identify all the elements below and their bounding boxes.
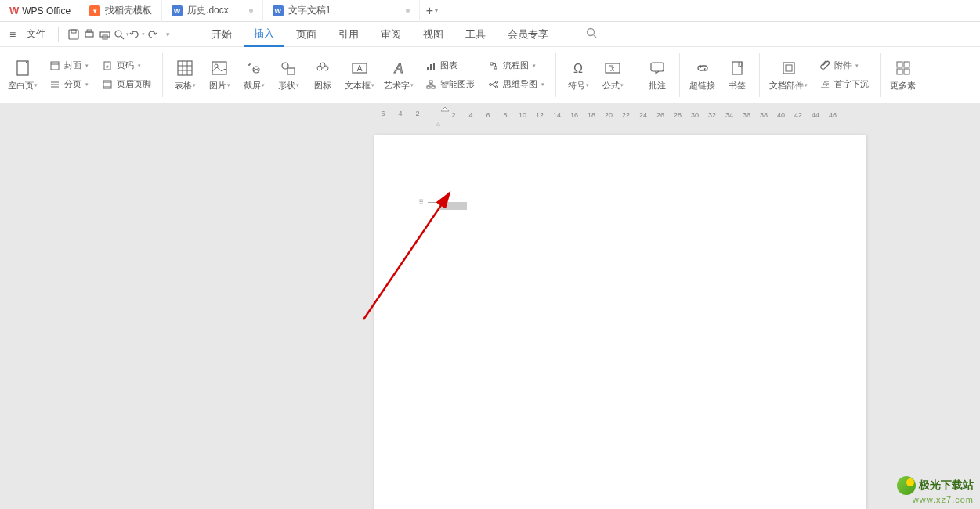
- textbox-button[interactable]: A 文本框▾: [340, 57, 379, 93]
- symbol-button[interactable]: Ω 符号▾: [561, 57, 595, 93]
- hyperlink-button[interactable]: 超链接: [685, 57, 720, 93]
- file-menu[interactable]: 文件: [22, 24, 50, 44]
- svg-point-6: [115, 31, 121, 37]
- tab-view[interactable]: 视图: [414, 23, 453, 46]
- more-button[interactable]: 更多素: [885, 57, 920, 93]
- smart-graphic-icon: [425, 78, 437, 91]
- page-number-icon: #: [101, 60, 114, 72]
- divider: [162, 53, 163, 97]
- divider: [679, 53, 680, 97]
- print-icon[interactable]: [98, 27, 112, 42]
- divider: [759, 53, 760, 97]
- mindmap-button[interactable]: 思维导图▾: [484, 77, 548, 92]
- page-number-button[interactable]: # 页码▾: [98, 58, 154, 74]
- undo-icon[interactable]: ▾: [129, 27, 143, 42]
- section-button[interactable]: 分页▾: [45, 77, 92, 92]
- document-page[interactable]: ⠿: [374, 135, 866, 509]
- print-preview-icon[interactable]: [82, 27, 96, 42]
- svg-text:A: A: [357, 64, 363, 73]
- icon-icon: [313, 59, 332, 78]
- search-icon[interactable]: [585, 27, 598, 42]
- drop-cap-button[interactable]: A 首字下沉: [815, 77, 872, 92]
- hamburger-icon[interactable]: ≡: [5, 28, 20, 41]
- table-icon: [175, 59, 194, 78]
- tab-history-doc[interactable]: W 历史.docx: [162, 0, 263, 22]
- svg-rect-68: [897, 69, 902, 74]
- tab-template[interactable]: ▾ 找稻壳模板: [80, 0, 162, 22]
- divider: [880, 53, 881, 97]
- margin-guide-tr: [812, 191, 821, 200]
- blank-page-button[interactable]: 空白页▾: [3, 57, 42, 93]
- tab-insert[interactable]: 插入: [244, 22, 284, 47]
- svg-point-49: [490, 83, 492, 85]
- picture-button[interactable]: 图片▾: [202, 57, 237, 93]
- svg-rect-61: [786, 65, 792, 71]
- fire-icon: ▾: [89, 5, 100, 16]
- drop-cap-icon: A: [819, 78, 831, 91]
- tab-start[interactable]: 开始: [202, 23, 241, 46]
- svg-rect-48: [494, 67, 497, 69]
- icon-button[interactable]: 图标: [306, 57, 340, 93]
- chevron-down-icon[interactable]: ▾: [161, 27, 175, 42]
- svg-rect-3: [87, 30, 92, 32]
- tab-member[interactable]: 会员专享: [498, 23, 558, 46]
- tab-page[interactable]: 页面: [287, 23, 326, 46]
- doc-parts-icon: [779, 59, 798, 78]
- tab-review[interactable]: 审阅: [371, 23, 410, 46]
- svg-point-27: [215, 64, 218, 67]
- tab-reference[interactable]: 引用: [329, 23, 368, 46]
- doc-parts-button[interactable]: 文档部件▾: [765, 57, 812, 93]
- plus-icon: +: [426, 4, 433, 18]
- save-icon[interactable]: [67, 27, 81, 42]
- wordart-button[interactable]: A 艺术字▾: [379, 57, 418, 93]
- svg-rect-30: [287, 68, 295, 74]
- svg-point-8: [588, 29, 595, 36]
- svg-rect-39: [433, 63, 435, 70]
- equation-icon: x: [603, 59, 622, 78]
- shapes-button[interactable]: 形状▾: [271, 57, 306, 93]
- table-button[interactable]: 表格▾: [168, 57, 202, 93]
- bookmark-button[interactable]: 书签: [720, 57, 754, 93]
- attachment-button[interactable]: 附件▾: [815, 58, 872, 74]
- modified-dot-icon: [249, 9, 253, 13]
- svg-line-52: [492, 82, 496, 85]
- ruler-left: 6 4 2: [374, 110, 426, 117]
- svg-rect-67: [904, 62, 909, 67]
- comment-label: 批注: [649, 80, 666, 92]
- divider: [635, 53, 635, 97]
- title-bar: W WPS Office ▾ 找稻壳模板 W 历史.docx W 文字文稿1 +…: [0, 0, 980, 22]
- header-footer-icon: [101, 78, 114, 91]
- margin-marker-icon[interactable]: ⌂: [436, 121, 440, 128]
- svg-point-33: [320, 63, 325, 67]
- tab-text-doc[interactable]: W 文字文稿1: [263, 0, 420, 22]
- object-handle-icon[interactable]: ⠿: [418, 200, 425, 204]
- ruler-horizontal[interactable]: 2 4 6 8 10 12 14 16 18 20 22 24 26 28 30…: [445, 110, 841, 121]
- header-footer-button[interactable]: 页眉页脚: [98, 77, 154, 92]
- cover-button[interactable]: 封面▾: [45, 58, 92, 74]
- redo-icon[interactable]: [145, 27, 159, 42]
- smart-graphic-button[interactable]: 智能图形: [421, 77, 478, 92]
- svg-rect-69: [904, 69, 909, 74]
- doc-parts-label: 文档部件▾: [769, 80, 808, 92]
- text-selection[interactable]: [439, 202, 467, 210]
- screenshot-label: 截屏▾: [244, 80, 265, 92]
- tab-tools[interactable]: 工具: [456, 23, 495, 46]
- flowchart-button[interactable]: 流程图▾: [484, 58, 548, 74]
- new-tab-button[interactable]: + ▾: [420, 4, 444, 18]
- screenshot-icon: [244, 59, 263, 78]
- mindmap-icon: [487, 78, 500, 91]
- app-logo: W WPS Office: [0, 5, 80, 16]
- flowchart-icon: [487, 60, 500, 72]
- svg-text:#: #: [106, 64, 109, 69]
- comment-button[interactable]: 批注: [640, 57, 674, 93]
- chart-button[interactable]: 图表: [421, 58, 478, 74]
- wordart-label: 艺术字▾: [384, 80, 414, 92]
- screenshot-button[interactable]: 截屏▾: [237, 57, 271, 93]
- svg-line-9: [594, 35, 596, 38]
- svg-point-50: [496, 81, 498, 83]
- svg-rect-21: [178, 61, 192, 75]
- magnifier-icon[interactable]: ▾: [114, 27, 128, 42]
- equation-button[interactable]: x 公式▾: [595, 57, 630, 93]
- tab-label: 历史.docx: [187, 4, 229, 17]
- svg-rect-60: [783, 63, 794, 74]
